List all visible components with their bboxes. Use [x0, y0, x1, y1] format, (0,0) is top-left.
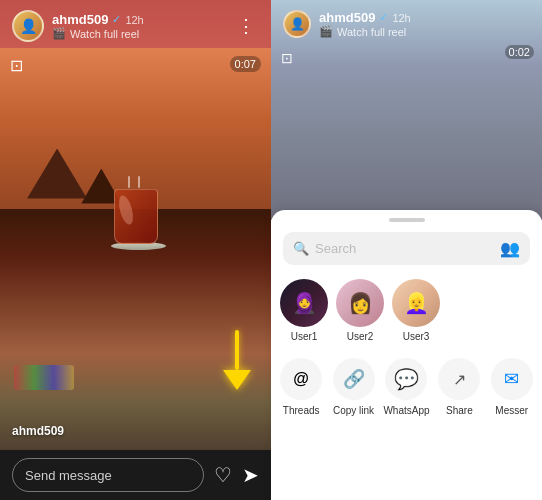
left-story-header: 👤 ahmd509 ✓ 12h 🎬 Watch full reel ⋮ [0, 0, 271, 48]
avatar: 👤 [12, 10, 44, 42]
right-header-info: ahmd509 ✓ 12h 🎬 Watch full reel [319, 10, 411, 38]
yellow-arrow-down [223, 330, 251, 390]
header-info: ahmd509 ✓ 12h 🎬 Watch full reel [52, 12, 144, 40]
copylink-icon-circle: 🔗 [333, 358, 375, 400]
arrow-area: 👩 User2 [335, 279, 385, 342]
timer-badge: 0:07 [230, 56, 261, 72]
search-bar[interactable]: 🔍 Search 👥 [283, 232, 530, 265]
right-story-preview: 👤 ahmd509 ✓ 12h 🎬 Watch full reel ⊡ 0:02 [271, 0, 542, 220]
send-icon[interactable]: ➤ [242, 463, 259, 487]
watch-reel-label: 🎬 Watch full reel [52, 27, 144, 40]
share-label: Share [446, 405, 473, 416]
right-story-header: 👤 ahmd509 ✓ 12h 🎬 Watch full reel [271, 0, 542, 44]
right-verified-icon: ✓ [379, 11, 388, 24]
right-username: ahmd509 [319, 10, 375, 25]
whatsapp-icon-circle: 💬 [385, 358, 427, 400]
contact-name-2: User2 [347, 331, 374, 342]
verified-icon: ✓ [112, 13, 121, 26]
link-icon: 🔗 [343, 368, 365, 390]
send-message-box[interactable]: Send message [12, 458, 204, 492]
right-watch-reel: 🎬 Watch full reel [319, 25, 411, 38]
whatsapp-label: WhatsApp [383, 405, 429, 416]
share-icon-circle: ↗ [438, 358, 480, 400]
share-option-whatsapp[interactable]: 💬 WhatsApp [383, 358, 429, 416]
share-option-share[interactable]: ↗ Share [437, 358, 482, 416]
right-username-row: ahmd509 ✓ 12h [319, 10, 411, 25]
add-people-icon[interactable]: 👥 [500, 239, 520, 258]
left-story-panel: 👤 ahmd509 ✓ 12h 🎬 Watch full reel ⋮ [0, 0, 271, 500]
messenger-icon-circle: ✉ [491, 358, 533, 400]
reel-icon: ⊡ [10, 56, 23, 75]
more-button[interactable]: ⋮ [233, 11, 259, 41]
messenger-icon: ✉ [504, 368, 519, 390]
right-reel-icon-small: 🎬 [319, 25, 333, 38]
share-option-threads[interactable]: @ Threads [279, 358, 324, 416]
right-story-panel: 👤 ahmd509 ✓ 12h 🎬 Watch full reel ⊡ 0:02… [271, 0, 542, 500]
share-option-copylink[interactable]: 🔗 Copy link [331, 358, 376, 416]
right-avatar: 👤 [283, 10, 311, 38]
copylink-label: Copy link [333, 405, 374, 416]
story-content: ⊡ 0:07 ahmd509 [0, 48, 271, 450]
tea-glass [111, 189, 161, 254]
threads-icon: @ [293, 370, 309, 388]
right-time-text: 12h [392, 12, 410, 24]
contact-name-3: User3 [403, 331, 430, 342]
contact-avatar-1: 🧕 [280, 279, 328, 327]
bottom-sheet: 🔍 Search 👥 🧕 User1 👩 User2 [271, 210, 542, 500]
search-placeholder: Search [315, 241, 494, 256]
username: ahmd509 [52, 12, 108, 27]
send-message-label: Send message [25, 468, 112, 483]
share-options-row: @ Threads 🔗 Copy link 💬 WhatsApp [271, 358, 542, 416]
right-timer-badge: 0:02 [505, 45, 534, 59]
whatsapp-icon: 💬 [394, 367, 419, 391]
contact-item-3[interactable]: 👱‍♀️ User3 [391, 279, 441, 342]
messenger-label: Messer [495, 405, 528, 416]
contact-name-1: User1 [291, 331, 318, 342]
time-text: 12h [125, 14, 143, 26]
heart-icon[interactable]: ♡ [214, 463, 232, 487]
search-icon: 🔍 [293, 241, 309, 256]
share-option-messenger[interactable]: ✉ Messer [489, 358, 534, 416]
contact-item-2[interactable]: 👩 User2 [335, 279, 385, 342]
share-icon: ↗ [453, 370, 466, 389]
username-row: ahmd509 ✓ 12h [52, 12, 144, 27]
right-reel-icon: ⊡ [281, 50, 293, 66]
contacts-row: 🧕 User1 👩 User2 👱‍♀️ User3 [271, 279, 542, 342]
contact-avatar-2: 👩 [336, 279, 384, 327]
threads-icon-circle: @ [280, 358, 322, 400]
sheet-handle [389, 218, 425, 222]
threads-label: Threads [283, 405, 320, 416]
contact-avatar-3: 👱‍♀️ [392, 279, 440, 327]
left-footer: Send message ♡ ➤ [0, 450, 271, 500]
reel-icon-small: 🎬 [52, 27, 66, 40]
footer-icons: ♡ ➤ [214, 463, 259, 487]
username-overlay: ahmd509 [12, 424, 64, 438]
contact-item[interactable]: 🧕 User1 [279, 279, 329, 342]
